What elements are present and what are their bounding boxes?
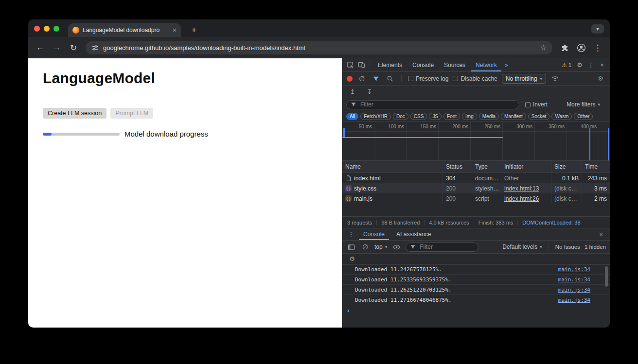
request-name: style.css: [354, 185, 376, 192]
search-icon[interactable]: [385, 74, 395, 84]
throttling-select[interactable]: No throttling ▾: [502, 74, 546, 84]
console-sidebar-icon[interactable]: [346, 242, 356, 252]
console-message-source-link[interactable]: main.js:34: [558, 297, 590, 303]
devtools-close-icon[interactable]: ×: [597, 60, 607, 70]
timeline-tick: 300 ms: [503, 122, 535, 131]
live-expression-eye-icon[interactable]: [391, 242, 401, 252]
column-initiator[interactable]: Initiator: [501, 161, 551, 173]
zoom-window-button[interactable]: [53, 26, 59, 32]
column-name[interactable]: Name: [342, 161, 443, 173]
request-type: stylesh…: [472, 183, 501, 193]
invert-checkbox[interactable]: Invert: [525, 101, 548, 108]
tab-console[interactable]: Console: [408, 58, 438, 71]
tab-close-icon[interactable]: ×: [173, 27, 177, 34]
console-filter-input[interactable]: [406, 243, 478, 252]
request-time: 243 ms: [582, 173, 610, 183]
drawer-close-icon[interactable]: ×: [596, 229, 606, 239]
chip-doc[interactable]: Doc: [393, 113, 408, 120]
settings-gear-icon[interactable]: ⚙: [575, 60, 585, 70]
network-filter-input[interactable]: [346, 100, 519, 109]
chip-font[interactable]: Font: [443, 113, 460, 120]
extensions-icon[interactable]: [557, 40, 572, 55]
column-size[interactable]: Size: [551, 161, 582, 173]
console-filter-field[interactable]: [419, 243, 474, 251]
divider: [370, 61, 370, 69]
device-toolbar-icon[interactable]: [356, 60, 366, 70]
log-levels-dropdown[interactable]: Default levels ▾: [502, 243, 542, 250]
tab-elements[interactable]: Elements: [373, 58, 407, 71]
console-message-source-link[interactable]: main.js:34: [558, 266, 590, 273]
chip-wasm[interactable]: Wasm: [551, 113, 572, 120]
network-request-row[interactable]: style.css 200 stylesh… index.html:13 (di…: [342, 183, 610, 193]
site-info-icon[interactable]: [91, 44, 99, 52]
chip-img[interactable]: Img: [462, 113, 477, 120]
prompt-llm-button[interactable]: Prompt LLM: [110, 108, 153, 119]
chevron-down-icon: ▾: [540, 244, 542, 249]
console-settings-gear-icon[interactable]: ⚙: [347, 254, 357, 264]
more-filters-dropdown[interactable]: More filters ▾: [567, 101, 600, 108]
tab-sources[interactable]: Sources: [440, 58, 470, 71]
clear-console-icon[interactable]: ∅: [360, 242, 370, 252]
console-message-source-link[interactable]: main.js:34: [558, 287, 590, 293]
browser-menu-button[interactable]: ⋮: [590, 40, 605, 55]
issues-warning[interactable]: ⚠ 1: [560, 62, 573, 69]
console-prompt[interactable]: ›: [342, 305, 610, 315]
filter-text-field[interactable]: [359, 101, 515, 108]
issues-status[interactable]: No Issues: [555, 244, 580, 250]
import-har-icon[interactable]: ↥: [348, 87, 357, 97]
inspect-element-icon[interactable]: [345, 60, 355, 70]
chip-js[interactable]: JS: [429, 113, 442, 120]
initiator-link[interactable]: index.html:13: [504, 185, 539, 192]
minimize-window-button[interactable]: [44, 26, 50, 32]
tab-search-button[interactable]: ▾: [591, 24, 604, 34]
new-tab-button[interactable]: +: [188, 24, 200, 36]
export-har-icon[interactable]: ↧: [365, 87, 374, 97]
network-request-row[interactable]: index.html 304 docum… Other 0.1 kB 243 m…: [342, 173, 610, 183]
chip-fetch-xhr[interactable]: Fetch/XHR: [360, 113, 391, 120]
chip-manifest[interactable]: Manifest: [501, 113, 526, 120]
request-name-cell: main.js: [342, 193, 443, 204]
reload-button[interactable]: ↻: [66, 40, 81, 55]
preserve-log-checkbox[interactable]: Preserve log: [408, 75, 448, 82]
console-message-source-link[interactable]: main.js:34: [558, 277, 590, 283]
create-llm-session-button[interactable]: Create LLM session: [43, 108, 106, 119]
chip-all[interactable]: All: [346, 113, 358, 120]
back-button[interactable]: ←: [33, 40, 48, 55]
drawer-menu-icon[interactable]: ⋮: [346, 229, 356, 239]
bookmark-star-icon[interactable]: ☆: [540, 43, 547, 52]
drawer-tab-console[interactable]: Console: [359, 228, 389, 240]
more-tabs-button[interactable]: »: [503, 62, 510, 69]
close-window-button[interactable]: [34, 26, 40, 32]
chip-socket[interactable]: Socket: [528, 113, 550, 120]
chip-media[interactable]: Media: [479, 113, 499, 120]
record-network-log-button[interactable]: [347, 76, 353, 82]
column-type[interactable]: Type: [472, 161, 501, 173]
dom-content-loaded-marker: [589, 128, 590, 160]
disable-cache-checkbox[interactable]: Disable cache: [453, 75, 497, 82]
drawer-tab-ai-assistance[interactable]: AI assistance: [392, 228, 435, 240]
browser-tab[interactable]: LanguageModel downloadpro ×: [68, 23, 181, 37]
console-drawer-header: ⋮ Console AI assistance ×: [342, 228, 610, 241]
hidden-messages-count[interactable]: 1 hidden: [585, 244, 606, 250]
initiator-link[interactable]: index.html:26: [504, 195, 539, 202]
tab-network[interactable]: Network: [471, 58, 501, 71]
console-scrollbar[interactable]: [605, 266, 608, 287]
filter-icon[interactable]: [371, 74, 381, 84]
console-toolbar: ∅ top ▾ Default levels ▾: [342, 241, 610, 254]
devtools-menu-icon[interactable]: ⋮: [586, 60, 596, 70]
forward-button[interactable]: →: [50, 40, 64, 55]
progress-fill: [43, 133, 52, 136]
chip-other[interactable]: Other: [574, 113, 593, 120]
profile-avatar[interactable]: [574, 40, 588, 55]
address-bar[interactable]: googlechrome.github.io/samples/downloadi…: [86, 41, 552, 54]
context-selector-dropdown[interactable]: top ▾: [374, 243, 387, 250]
network-request-row[interactable]: main.js 200 script index.html:26 (disk c…: [342, 193, 610, 204]
network-conditions-icon[interactable]: [550, 74, 560, 84]
warning-icon: ⚠: [562, 62, 567, 69]
network-overview-timeline[interactable]: 50 ms 100 ms 150 ms 200 ms 250 ms 300 ms…: [342, 122, 610, 161]
chip-css[interactable]: CSS: [410, 113, 427, 120]
network-settings-gear-icon[interactable]: ⚙: [596, 74, 605, 84]
column-time[interactable]: Time: [582, 161, 610, 173]
column-status[interactable]: Status: [443, 161, 472, 173]
clear-network-log-icon[interactable]: ∅: [357, 74, 367, 84]
